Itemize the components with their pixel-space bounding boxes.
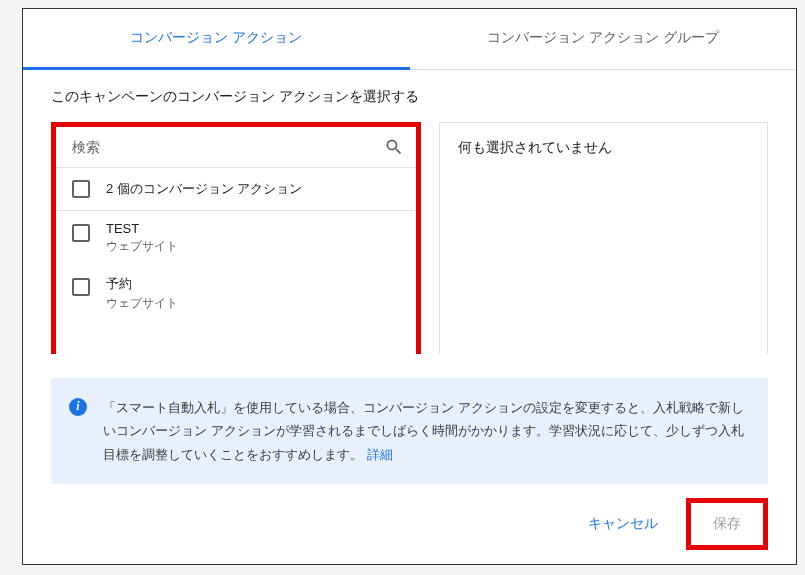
list-item[interactable]: 予約 ウェブサイト (56, 265, 416, 322)
item-sub: ウェブサイト (106, 295, 178, 312)
info-text: 「スマート自動入札」を使用している場合、コンバージョン アクションの設定を変更す… (103, 396, 744, 466)
select-all-checkbox[interactable] (72, 180, 90, 198)
item-name: 予約 (106, 275, 178, 293)
info-link[interactable]: 詳細 (367, 447, 393, 462)
dialog-footer: キャンセル 保存 (23, 484, 796, 564)
tab-conversion-actions[interactable]: コンバージョン アクション (23, 9, 410, 70)
save-highlight: 保存 (686, 498, 768, 550)
dialog-content: このキャンペーンのコンバージョン アクションを選択する 2 個のコンバージョン … (23, 70, 796, 354)
empty-state-text: 何も選択されていません (458, 139, 612, 155)
item-name: TEST (106, 221, 178, 236)
selection-columns: 2 個のコンバージョン アクション TEST ウェブサイト 予約 ウェブサイト (51, 122, 768, 354)
tab-bar: コンバージョン アクション コンバージョン アクション グループ (23, 9, 796, 70)
tab-conversion-action-groups[interactable]: コンバージョン アクション グループ (410, 9, 797, 69)
search-row (56, 127, 416, 168)
item-sub: ウェブサイト (106, 238, 178, 255)
select-all-row[interactable]: 2 個のコンバージョン アクション (56, 168, 416, 211)
search-input[interactable] (72, 139, 384, 155)
item-checkbox[interactable] (72, 278, 90, 296)
item-checkbox[interactable] (72, 224, 90, 242)
available-actions-panel: 2 個のコンバージョン アクション TEST ウェブサイト 予約 ウェブサイト (51, 122, 421, 354)
info-box: i 「スマート自動入札」を使用している場合、コンバージョン アクションの設定を変… (51, 378, 768, 484)
cancel-button[interactable]: キャンセル (580, 509, 666, 539)
list-item[interactable]: TEST ウェブサイト (56, 211, 416, 265)
headline: このキャンペーンのコンバージョン アクションを選択する (51, 88, 768, 106)
save-button[interactable]: 保存 (701, 509, 753, 539)
info-icon: i (69, 398, 87, 416)
conversion-action-dialog: コンバージョン アクション コンバージョン アクション グループ このキャンペー… (22, 8, 797, 565)
search-icon[interactable] (384, 137, 404, 157)
selected-actions-panel: 何も選択されていません (439, 122, 768, 354)
select-all-label: 2 個のコンバージョン アクション (106, 180, 302, 198)
